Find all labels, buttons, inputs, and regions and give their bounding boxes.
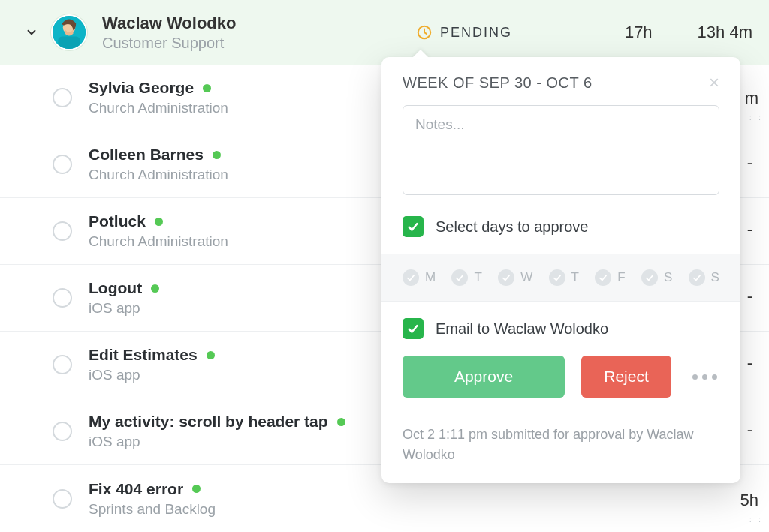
- popover-footer-text: Oct 2 1:11 pm submitted for approval by …: [381, 413, 740, 483]
- pending-clock-icon: [416, 24, 433, 41]
- drag-handle-icon[interactable]: : :: [749, 515, 763, 524]
- approve-button[interactable]: Approve: [403, 356, 565, 398]
- task-project: Church Administration: [89, 100, 228, 116]
- day-label: M: [425, 270, 436, 285]
- notes-textarea[interactable]: [403, 105, 719, 195]
- row-empty-dash: -: [747, 353, 752, 373]
- select-days-checkbox[interactable]: [403, 216, 424, 237]
- status-dot-icon: [192, 485, 201, 493]
- status-label: PENDING: [440, 25, 512, 41]
- day-toggle[interactable]: T: [451, 269, 481, 286]
- day-label: F: [617, 270, 625, 285]
- task-complete-toggle[interactable]: [53, 88, 72, 107]
- task-title: My activity: scroll by header tap: [89, 413, 328, 431]
- status-dot-icon: [155, 218, 163, 226]
- day-label: T: [474, 270, 481, 285]
- status-dot-icon: [337, 418, 345, 426]
- avatar[interactable]: [51, 14, 87, 50]
- row-time-partial: m: [745, 89, 758, 108]
- user-name: Waclaw Wolodko: [102, 14, 236, 33]
- select-days-label: Select days to approve: [436, 218, 588, 236]
- task-complete-toggle[interactable]: [53, 221, 72, 241]
- approval-popover: WEEK OF SEP 30 - OCT 6 × Select days to …: [381, 57, 740, 483]
- task-title: Edit Estimates: [89, 346, 198, 364]
- day-toggle[interactable]: S: [641, 269, 672, 286]
- day-toggle[interactable]: F: [595, 269, 625, 286]
- header-hours-1: 17h: [625, 23, 653, 42]
- task-title: Sylvia George: [89, 79, 194, 97]
- day-label: T: [571, 270, 579, 285]
- day-toggle[interactable]: W: [498, 269, 532, 286]
- day-label: S: [711, 270, 719, 285]
- task-title: Logout: [89, 279, 142, 297]
- drag-handle-icon[interactable]: : :: [749, 113, 763, 122]
- user-role: Customer Support: [102, 35, 236, 52]
- task-project: iOS app: [89, 367, 215, 383]
- day-toggle[interactable]: M: [403, 269, 436, 286]
- task-project: Church Administration: [89, 233, 228, 250]
- task-complete-toggle[interactable]: [53, 288, 72, 308]
- task-project: Sprints and Backlog: [89, 501, 216, 518]
- task-title: Fix 404 error: [89, 480, 183, 498]
- row-empty-dash: -: [747, 220, 752, 239]
- status-dot-icon: [151, 284, 159, 293]
- day-toggle[interactable]: T: [549, 269, 579, 286]
- header-hours-2: 13h 4m: [698, 23, 752, 42]
- expand-chevron-icon[interactable]: [23, 23, 41, 41]
- task-project: iOS app: [89, 434, 345, 450]
- task-complete-toggle[interactable]: [53, 155, 72, 174]
- day-label: S: [664, 270, 672, 285]
- status-dot-icon: [203, 84, 211, 92]
- row-empty-dash: -: [747, 420, 752, 440]
- task-complete-toggle[interactable]: [53, 489, 72, 509]
- task-title: Potluck: [89, 212, 146, 230]
- close-icon[interactable]: ×: [709, 74, 719, 92]
- row-time-value: 5h: [740, 491, 758, 510]
- status-dot-icon: [213, 151, 221, 159]
- task-project: Church Administration: [89, 167, 228, 183]
- task-complete-toggle[interactable]: [53, 355, 72, 374]
- popover-title: WEEK OF SEP 30 - OCT 6: [403, 74, 593, 92]
- email-user-label: Email to Waclaw Wolodko: [436, 320, 608, 338]
- day-selector-row: M T W T F S S: [381, 254, 740, 302]
- status-dot-icon: [207, 351, 215, 359]
- user-header-row: Waclaw Wolodko Customer Support PENDING …: [0, 0, 769, 65]
- task-complete-toggle[interactable]: [53, 422, 72, 441]
- task-project: iOS app: [89, 300, 159, 317]
- task-title: Colleen Barnes: [89, 146, 204, 164]
- day-label: W: [520, 270, 532, 285]
- svg-rect-2: [58, 37, 80, 50]
- reject-button[interactable]: Reject: [581, 356, 671, 398]
- row-empty-dash: -: [747, 287, 752, 306]
- email-user-checkbox[interactable]: [403, 318, 424, 339]
- row-empty-dash: -: [747, 153, 752, 173]
- day-toggle[interactable]: S: [689, 269, 719, 286]
- more-actions-icon[interactable]: [692, 374, 717, 380]
